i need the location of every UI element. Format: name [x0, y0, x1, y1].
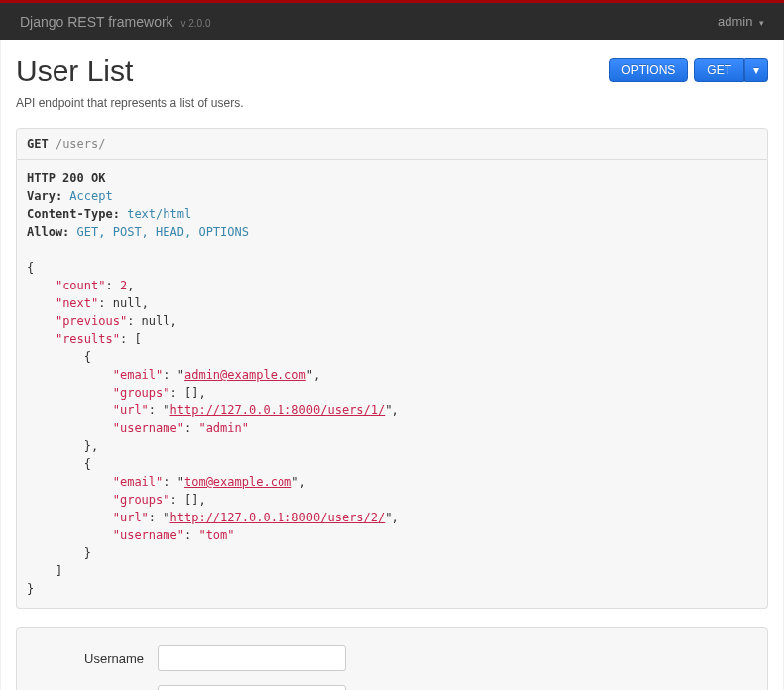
- label-username: Username: [29, 651, 158, 666]
- json-link[interactable]: http://127.0.0.1:8000/users/1/: [170, 403, 386, 417]
- chevron-down-icon: ▾: [759, 18, 764, 28]
- form-row-email: Email: [29, 685, 755, 690]
- input-username[interactable]: [158, 645, 346, 671]
- header-row: User List OPTIONS GET ▾: [16, 55, 768, 88]
- user-name: admin: [718, 14, 752, 29]
- brand-name[interactable]: Django REST framework: [20, 14, 173, 30]
- json-link[interactable]: http://127.0.0.1:8000/users/2/: [170, 511, 386, 524]
- input-email[interactable]: [158, 685, 346, 690]
- form-panel: UsernameEmailGroups POST: [16, 627, 768, 690]
- get-button-group: GET ▾: [694, 58, 768, 82]
- topbar: Django REST framework v 2.0.0 admin ▾: [0, 0, 784, 40]
- action-buttons: OPTIONS GET ▾: [609, 58, 768, 82]
- form-row-username: Username: [29, 645, 755, 671]
- request-path: /users/: [56, 137, 106, 151]
- get-button[interactable]: GET: [694, 58, 744, 82]
- brand-version: v 2.0.0: [180, 18, 210, 29]
- request-line: GET /users/: [16, 128, 768, 160]
- user-menu[interactable]: admin ▾: [718, 14, 764, 29]
- response-body: HTTP 200 OK Vary: Accept Content-Type: t…: [16, 160, 768, 609]
- json-link[interactable]: admin@example.com: [184, 368, 306, 382]
- json-link[interactable]: tom@example.com: [184, 475, 291, 489]
- chevron-down-icon: ▾: [753, 63, 759, 77]
- request-method: GET: [27, 137, 49, 151]
- get-dropdown-toggle[interactable]: ▾: [744, 58, 768, 82]
- options-button[interactable]: OPTIONS: [609, 58, 688, 82]
- main-container: User List OPTIONS GET ▾ API endpoint tha…: [0, 40, 784, 690]
- page-title: User List: [16, 55, 133, 88]
- description: API endpoint that represents a list of u…: [16, 96, 768, 110]
- brand: Django REST framework v 2.0.0: [20, 14, 211, 30]
